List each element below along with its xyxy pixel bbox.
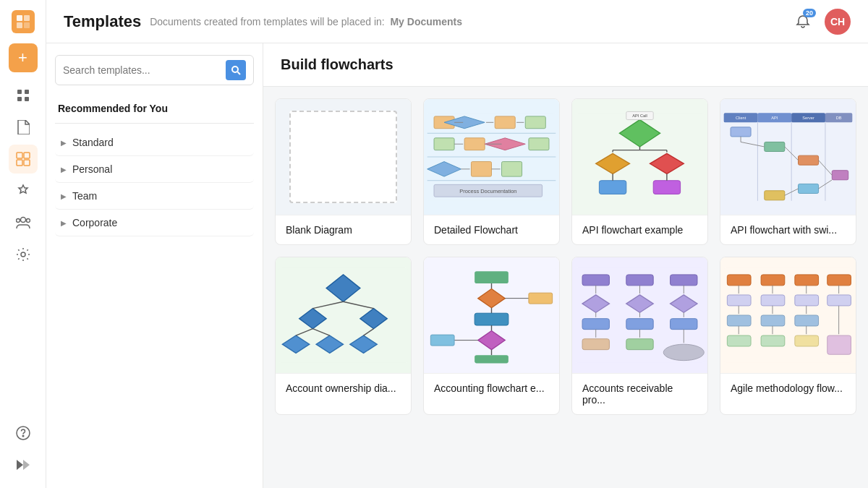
svg-rect-142 <box>761 315 785 326</box>
sidebar-item-corporate[interactable]: ▶ Corporate <box>55 210 254 236</box>
svg-rect-33 <box>471 162 491 177</box>
svg-line-19 <box>238 72 241 75</box>
svg-rect-120 <box>582 339 609 350</box>
svg-rect-77 <box>765 191 785 200</box>
nav-document-button[interactable] <box>9 113 38 142</box>
template-card-accounting-flowchart[interactable]: Accounting flowchart e... <box>423 257 560 415</box>
nav-team-button[interactable] <box>9 208 38 237</box>
svg-rect-27 <box>525 116 545 129</box>
svg-rect-117 <box>582 319 609 330</box>
svg-rect-147 <box>827 335 851 354</box>
header-subtitle: Documents created from templates will be… <box>150 16 462 27</box>
template-card-api-flowchart[interactable]: API Call API flowchart example <box>571 98 708 245</box>
svg-point-122 <box>663 344 704 360</box>
svg-rect-113 <box>671 275 697 286</box>
template-card-accounts-receivable[interactable]: Accounts receivable pro... <box>571 257 708 415</box>
sidebar-item-personal[interactable]: ▶ Personal <box>55 156 254 183</box>
svg-rect-121 <box>626 339 653 350</box>
svg-point-18 <box>232 67 238 72</box>
svg-rect-0 <box>17 15 22 21</box>
nav-bottom <box>9 419 38 479</box>
svg-rect-8 <box>17 153 22 158</box>
svg-rect-3 <box>24 22 30 28</box>
svg-rect-139 <box>795 295 819 306</box>
sidebar-item-standard[interactable]: ▶ Standard <box>55 129 254 156</box>
nav-settings-button[interactable] <box>9 240 38 269</box>
svg-rect-1 <box>24 15 30 21</box>
search-button[interactable] <box>226 60 246 80</box>
svg-point-17 <box>22 435 24 437</box>
chevron-right-icon: ▶ <box>61 219 67 227</box>
notification-button[interactable]: 20 <box>790 9 816 35</box>
svg-point-13 <box>16 219 20 223</box>
logo-shape <box>12 10 35 33</box>
svg-point-14 <box>26 219 30 223</box>
main-area: Templates Documents created from templat… <box>46 0 868 488</box>
header-location-link[interactable]: My Documents <box>390 16 462 27</box>
template-thumb-detailed: Process Documentation <box>424 99 559 215</box>
agile-methodology-svg <box>720 257 856 373</box>
svg-rect-72 <box>731 127 751 137</box>
svg-rect-4 <box>17 90 22 94</box>
svg-rect-143 <box>795 315 819 326</box>
nav-templates-button[interactable] <box>9 145 38 174</box>
nav-home-button[interactable] <box>9 81 38 110</box>
user-avatar[interactable]: CH <box>825 9 851 35</box>
svg-rect-9 <box>24 153 30 158</box>
svg-text:Server: Server <box>802 116 814 120</box>
svg-point-15 <box>21 252 25 257</box>
add-button[interactable]: + <box>9 43 38 72</box>
page-header: Templates Documents created from templat… <box>46 0 868 43</box>
svg-rect-112 <box>626 275 653 286</box>
svg-text:API: API <box>771 116 778 120</box>
svg-rect-109 <box>430 335 454 346</box>
template-thumb-account <box>276 257 411 373</box>
search-input[interactable] <box>63 64 226 76</box>
svg-rect-133 <box>727 275 751 286</box>
svg-rect-144 <box>727 335 751 346</box>
app-logo <box>10 9 36 35</box>
template-card-blank-diagram[interactable]: Blank Diagram <box>275 98 412 245</box>
section-title: Build flowcharts <box>281 56 851 73</box>
sidebar-personal-label: Personal <box>72 163 112 175</box>
svg-rect-76 <box>799 184 819 193</box>
nav-help-button[interactable] <box>9 419 38 448</box>
svg-rect-145 <box>761 335 785 346</box>
template-label-receivable: Accounts receivable pro... <box>572 373 707 414</box>
svg-rect-7 <box>25 97 29 101</box>
svg-rect-34 <box>502 162 522 177</box>
blank-diagram-preview <box>289 111 398 203</box>
svg-rect-28 <box>434 138 454 150</box>
template-thumb-api1: API Call <box>572 99 707 215</box>
svg-rect-75 <box>832 171 848 180</box>
svg-rect-140 <box>827 295 851 306</box>
nav-collapse-button[interactable] <box>9 450 38 479</box>
recommended-label: Recommended for You <box>55 97 254 120</box>
svg-rect-138 <box>761 295 785 306</box>
template-card-agile-methodology[interactable]: Agile methodology flow... <box>720 257 856 415</box>
template-card-api-swimlane[interactable]: Client API Server DB <box>720 98 856 245</box>
template-label-account: Account ownership dia... <box>276 373 411 403</box>
template-card-detailed-flowchart[interactable]: Process Documentation Detailed Flowchart <box>423 98 560 245</box>
template-thumb-api2: Client API Server DB <box>720 99 856 215</box>
nav-plugins-button[interactable] <box>9 176 38 205</box>
template-card-account-ownership[interactable]: Account ownership dia... <box>275 257 412 415</box>
svg-rect-26 <box>495 116 515 129</box>
svg-rect-74 <box>799 155 819 165</box>
svg-rect-105 <box>475 355 509 363</box>
svg-rect-31 <box>529 138 549 150</box>
api-swimlane-svg: Client API Server DB <box>720 99 856 215</box>
sidebar-item-team[interactable]: ▶ Team <box>55 183 254 210</box>
svg-text:Process Documentation: Process Documentation <box>459 188 516 194</box>
svg-rect-119 <box>671 319 697 330</box>
svg-rect-141 <box>727 315 751 326</box>
api-flowchart-svg: API Call <box>572 99 707 215</box>
svg-rect-134 <box>761 275 785 286</box>
chevron-right-icon: ▶ <box>61 139 67 147</box>
accounts-receivable-svg <box>572 257 707 373</box>
svg-rect-97 <box>475 271 509 283</box>
template-label-agile: Agile methodology flow... <box>720 373 856 403</box>
svg-rect-111 <box>582 275 609 286</box>
svg-rect-118 <box>626 319 653 330</box>
template-thumb-agile <box>720 257 856 373</box>
